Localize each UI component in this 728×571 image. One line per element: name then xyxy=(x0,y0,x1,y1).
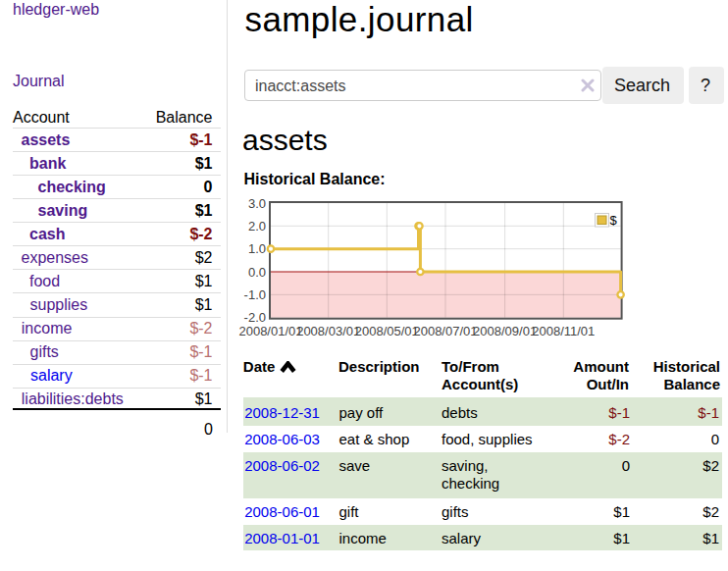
svg-text:-1.0: -1.0 xyxy=(244,287,266,302)
svg-text:0.0: 0.0 xyxy=(248,265,266,280)
svg-text:2008/11/01: 2008/11/01 xyxy=(532,324,595,338)
svg-text:2008/07/01: 2008/07/01 xyxy=(413,324,477,338)
svg-text:2008/03/01: 2008/03/01 xyxy=(296,324,360,338)
svg-text:2008/09/01: 2008/09/01 xyxy=(473,324,537,338)
svg-text:2008/01/01: 2008/01/01 xyxy=(238,324,302,338)
svg-text:1.0: 1.0 xyxy=(248,241,266,256)
svg-text:2.0: 2.0 xyxy=(248,219,266,234)
svg-text:3.0: 3.0 xyxy=(248,196,266,211)
svg-text:$: $ xyxy=(610,213,618,228)
svg-text:2008/05/01: 2008/05/01 xyxy=(355,324,419,338)
